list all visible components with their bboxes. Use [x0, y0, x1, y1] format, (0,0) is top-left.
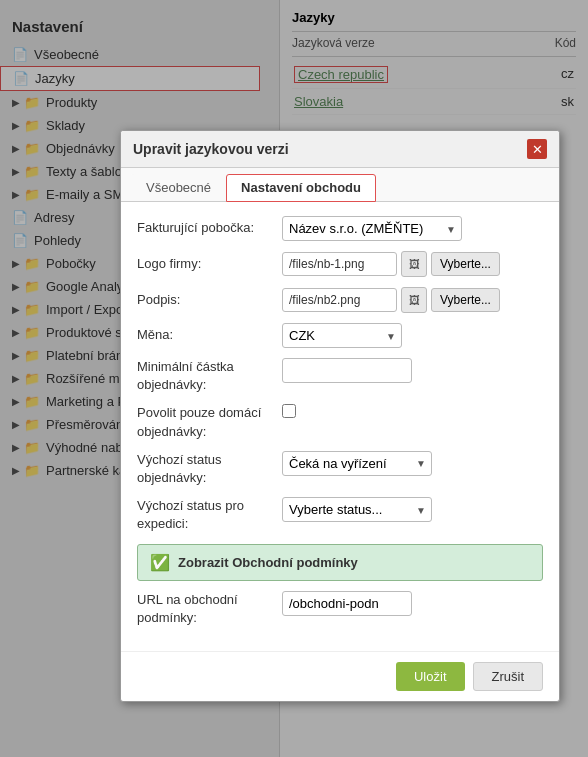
form-row-povolit: Povolit pouze domácí objednávky:	[137, 404, 543, 440]
vychozi-expedice-select-wrap: Vyberte status... ▼	[282, 497, 432, 522]
modal-header: Upravit jazykovou verzi ✕	[121, 131, 559, 168]
modal-close-button[interactable]: ✕	[527, 139, 547, 159]
form-row-mena: Měna: CZK EUR USD ▼	[137, 323, 543, 348]
vychozi-expedice-control: Vyberte status... ▼	[282, 497, 543, 522]
logo-browse-icon[interactable]: 🖼	[401, 251, 427, 277]
povolit-control	[282, 404, 543, 418]
url-input[interactable]	[282, 591, 412, 616]
podpis-file-value: /files/nb2.png	[282, 288, 397, 312]
vychozi-status-control: Čeká na vyřízení Přijatá Zpracovává se ▼	[282, 451, 543, 476]
form-row-logo: Logo firmy: /files/nb-1.png 🖼 Vyberte...	[137, 251, 543, 277]
modal-title: Upravit jazykovou verzi	[133, 141, 289, 157]
povolit-label: Povolit pouze domácí objednávky:	[137, 404, 282, 440]
fakturujici-control: Název s.r.o. (ZMĚŇTE) ▼	[282, 216, 543, 241]
modal-tabs: Všeobecné Nastavení obchodu	[121, 168, 559, 202]
modal-edit-lang: Upravit jazykovou verzi ✕ Všeobecné Nast…	[120, 130, 560, 702]
podpis-browse-icon[interactable]: 🖼	[401, 287, 427, 313]
min-castka-label: Minimální částka objednávky:	[137, 358, 282, 394]
vychozi-expedice-label: Výchozí status pro expedici:	[137, 497, 282, 533]
checkmark-icon: ✅	[150, 553, 170, 572]
modal-footer: Uložit Zrušit	[121, 651, 559, 701]
fakturujici-select[interactable]: Název s.r.o. (ZMĚŇTE)	[282, 216, 462, 241]
form-row-url: URL na obchodní podmínky:	[137, 591, 543, 627]
fakturujici-label: Fakturující pobočka:	[137, 219, 282, 237]
podpis-label: Podpis:	[137, 291, 282, 309]
cancel-button[interactable]: Zrušit	[473, 662, 544, 691]
mena-control: CZK EUR USD ▼	[282, 323, 543, 348]
vychozi-status-select[interactable]: Čeká na vyřízení Přijatá Zpracovává se	[282, 451, 432, 476]
logo-label: Logo firmy:	[137, 255, 282, 273]
min-castka-control	[282, 358, 543, 383]
vychozi-status-label: Výchozí status objednávky:	[137, 451, 282, 487]
podpis-vyberte-button[interactable]: Vyberte...	[431, 288, 500, 312]
form-row-min-castka: Minimální částka objednávky:	[137, 358, 543, 394]
form-row-podpis: Podpis: /files/nb2.png 🖼 Vyberte...	[137, 287, 543, 313]
save-button[interactable]: Uložit	[396, 662, 465, 691]
logo-control: /files/nb-1.png 🖼 Vyberte...	[282, 251, 543, 277]
vychozi-status-select-wrap: Čeká na vyřízení Přijatá Zpracovává se ▼	[282, 451, 432, 476]
url-label: URL na obchodní podmínky:	[137, 591, 282, 627]
tab-nastaveni[interactable]: Nastavení obchodu	[226, 174, 376, 202]
modal-body: Fakturující pobočka: Název s.r.o. (ZMĚŇT…	[121, 202, 559, 651]
form-row-vychozi-status: Výchozí status objednávky: Čeká na vyříz…	[137, 451, 543, 487]
obchodni-podmiky-section[interactable]: ✅ Zobrazit Obchodní podmínky	[137, 544, 543, 581]
form-row-vychozi-expedice: Výchozí status pro expedici: Vyberte sta…	[137, 497, 543, 533]
fakturujici-select-wrap: Název s.r.o. (ZMĚŇTE) ▼	[282, 216, 462, 241]
logo-file-value: /files/nb-1.png	[282, 252, 397, 276]
mena-label: Měna:	[137, 326, 282, 344]
logo-vyberte-button[interactable]: Vyberte...	[431, 252, 500, 276]
tab-vseobeche[interactable]: Všeobecné	[131, 174, 226, 201]
url-control	[282, 591, 543, 616]
obchodni-podmiky-label: Zobrazit Obchodní podmínky	[178, 555, 358, 570]
form-row-fakturujici: Fakturující pobočka: Název s.r.o. (ZMĚŇT…	[137, 216, 543, 241]
vychozi-expedice-select[interactable]: Vyberte status...	[282, 497, 432, 522]
podpis-control: /files/nb2.png 🖼 Vyberte...	[282, 287, 543, 313]
povolit-checkbox[interactable]	[282, 404, 296, 418]
min-castka-input[interactable]	[282, 358, 412, 383]
mena-select[interactable]: CZK EUR USD	[282, 323, 402, 348]
mena-select-wrap: CZK EUR USD ▼	[282, 323, 402, 348]
